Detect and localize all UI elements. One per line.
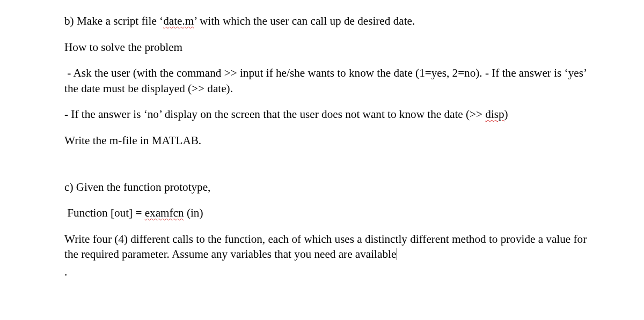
spellcheck-word: date.m	[163, 14, 194, 27]
paragraph-b-howto: How to solve the problem	[64, 40, 588, 55]
text: )	[504, 108, 508, 121]
text: c) Given the function prototype,	[64, 181, 210, 194]
paragraph-b-step1: - Ask the user (with the command >> inpu…	[64, 65, 588, 96]
paragraph-b-write: Write the m-file in MATLAB.	[64, 133, 588, 148]
spellcheck-word: disp	[485, 108, 504, 121]
text: - If the answer is ‘no’ display on the s…	[64, 108, 485, 121]
text: .	[64, 265, 67, 278]
text: Write four (4) different calls to the fu…	[64, 233, 587, 261]
text: How to solve the problem	[64, 41, 182, 54]
text: Write the m-file in MATLAB.	[64, 134, 201, 147]
paragraph-b-step2: - If the answer is ‘no’ display on the s…	[64, 107, 588, 122]
paragraph-c-dot: .	[64, 264, 588, 280]
text: - Ask the user (with the command >> inpu…	[64, 66, 586, 95]
spellcheck-word: examfcn	[145, 206, 184, 219]
text: b) Make a script file ‘	[64, 14, 163, 27]
paragraph-b-intro: b) Make a script file ‘date.m’ with whic…	[64, 13, 588, 29]
text: (in)	[184, 206, 203, 219]
paragraph-c-intro: c) Given the function prototype,	[64, 180, 588, 195]
text: Function [out] =	[64, 206, 145, 219]
document-page: b) Make a script file ‘date.m’ with whic…	[0, 0, 644, 280]
text-cursor	[397, 248, 397, 260]
paragraph-c-proto: Function [out] = examfcn (in)	[64, 205, 588, 221]
paragraph-c-task: Write four (4) different calls to the fu…	[64, 232, 588, 262]
text: ’ with which the user can call up de des…	[194, 14, 415, 27]
